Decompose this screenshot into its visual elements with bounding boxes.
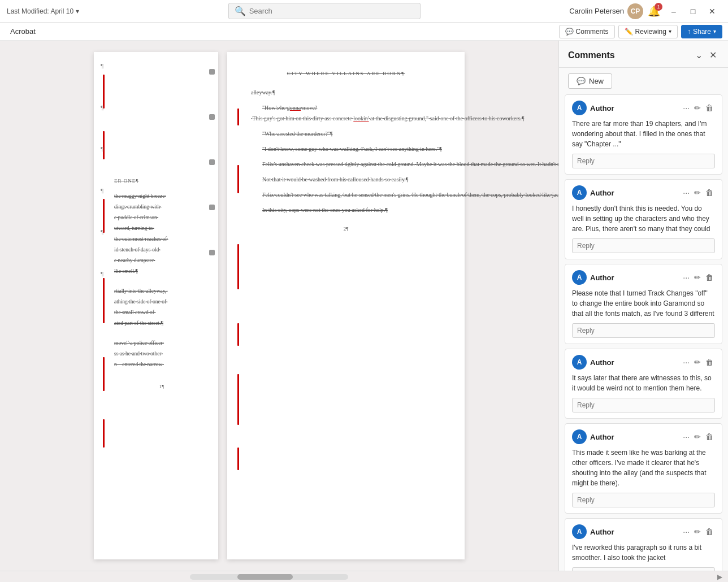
revision-mark-4 — [209, 205, 215, 210]
comment-delete-button-4[interactable]: 🗑 — [704, 357, 715, 368]
modified-label: Last Modified: April 10 — [7, 7, 73, 15]
dropdown-arrow[interactable]: ▾ — [76, 7, 79, 15]
reply-input-3[interactable] — [572, 323, 715, 338]
comments-panel: Comments ⌄ ✕ 💬 New A Author ··· — [558, 41, 728, 571]
pilcrow-2: ¶ — [101, 103, 103, 113]
comment-more-button-3[interactable]: ··· — [681, 272, 691, 283]
search-icon: 🔍 — [235, 6, 246, 16]
share-dropdown-arrow: ▾ — [713, 28, 716, 34]
page-num-2: 2¶ — [244, 224, 448, 233]
left-line-9: rtially·into·the·alleyway,· — [114, 286, 209, 297]
menu-item-acrobat[interactable]: Acrobat — [6, 25, 40, 38]
right-para-1: "How's·he·gonna·move?·This·guy's·got·him… — [251, 102, 448, 124]
comment-more-button-4[interactable]: ··· — [681, 357, 691, 368]
comment-edit-button-2[interactable]: ✏ — [692, 187, 703, 198]
comment-more-button-1[interactable]: ··· — [681, 102, 691, 114]
maximize-button[interactable]: □ — [684, 3, 702, 19]
comment-edit-button-6[interactable]: ✏ — [692, 526, 703, 537]
left-page-text-2: rtially·into·the·alleyway,· athing·the·s… — [114, 286, 209, 329]
right-para-5: Not·that·it·would·be·washed·from·his·cal… — [251, 174, 448, 185]
comment-author-6: Author — [590, 528, 678, 536]
comment-card-6: A Author ··· ✏ 🗑 I've reworked this para… — [565, 518, 722, 571]
comments-header-actions: ⌄ ✕ — [693, 49, 719, 62]
comment-avatar-4: A — [572, 355, 587, 370]
comment-header-5: A Author ··· ✏ 🗑 — [572, 429, 715, 444]
scrollbar-thumb[interactable] — [237, 574, 293, 580]
window-controls: – □ ✕ — [665, 3, 721, 19]
main-content: ¶ ¶ ¶ ¶ ¶ ¶ ER·ONE¶ the·muggy·night·bree… — [0, 41, 728, 571]
comment-delete-button-2[interactable]: 🗑 — [704, 187, 715, 198]
right-bar-1 — [237, 108, 239, 125]
comment-header-3: A Author ··· ✏ 🗑 — [572, 270, 715, 285]
comment-more-button-6[interactable]: ··· — [681, 526, 691, 537]
close-panel-button[interactable]: ✕ — [707, 49, 719, 62]
comment-more-button-2[interactable]: ··· — [681, 187, 691, 198]
comment-actions-5: ··· ✏ 🗑 — [681, 431, 715, 442]
left-line-13: move!'·a·police·officer· — [114, 338, 209, 349]
new-comment-button[interactable]: 💬 New — [568, 73, 612, 89]
notification-bell[interactable]: 🔔 1 — [648, 5, 660, 18]
comment-header-4: A Author ··· ✏ 🗑 — [572, 355, 715, 370]
page-title: CITY·WHERE·VILLAINS·ARE·BORN¶ — [244, 69, 448, 78]
horizontal-scrollbar[interactable] — [190, 574, 348, 580]
left-line-12: ated·part·of·the·street.¶ — [114, 318, 209, 329]
right-bar-6 — [237, 448, 239, 470]
right-para-7: In·this·city,·cops·were·not·the·ones·you… — [251, 205, 448, 215]
reply-input-5[interactable] — [572, 493, 715, 507]
page-wrapper: ¶ ¶ ¶ ¶ ¶ ¶ ER·ONE¶ the·muggy·night·bree… — [94, 52, 465, 559]
left-line-4: utward,·turning·to· — [114, 223, 209, 234]
page-left: ¶ ¶ ¶ ¶ ¶ ¶ ER·ONE¶ the·muggy·night·bree… — [94, 52, 218, 559]
comment-edit-button-4[interactable]: ✏ — [692, 357, 703, 368]
revision-mark-3 — [209, 159, 215, 165]
comment-author-5: Author — [590, 433, 678, 441]
reply-input-4[interactable] — [572, 398, 715, 412]
comment-avatar-6: A — [572, 524, 587, 539]
comment-actions-6: ··· ✏ 🗑 — [681, 526, 715, 537]
comment-more-button-5[interactable]: ··· — [681, 431, 691, 442]
reviewing-icon: ✏️ — [625, 28, 633, 36]
comment-edit-button-5[interactable]: ✏ — [692, 431, 703, 442]
page-num-1: 1¶ — [114, 381, 209, 392]
right-bar-4 — [237, 323, 239, 346]
comment-avatar-5: A — [572, 429, 587, 444]
minimize-button[interactable]: – — [665, 3, 683, 19]
left-line-1: the·muggy·night·breeze· — [114, 191, 209, 202]
notification-badge: 1 — [655, 3, 662, 11]
left-line-8: llic·smell.¶ — [114, 266, 209, 277]
right-scroll-arrow[interactable]: ▶ — [717, 573, 722, 581]
close-button[interactable]: ✕ — [703, 3, 721, 19]
share-toolbar-button[interactable]: ↑ Share ▾ — [681, 25, 722, 38]
reply-input-1[interactable] — [572, 154, 715, 168]
comment-delete-button-5[interactable]: 🗑 — [704, 431, 715, 442]
reply-input-2[interactable] — [572, 238, 715, 253]
menubar: Acrobat 💬 Comments ✏️ Reviewing ▾ ↑ Shar… — [0, 23, 728, 41]
comment-delete-button-6[interactable]: 🗑 — [704, 526, 715, 537]
comment-author-2: Author — [590, 189, 678, 197]
comment-author-1: Author — [590, 104, 678, 112]
comment-delete-button-1[interactable]: 🗑 — [704, 102, 715, 114]
comment-edit-button-3[interactable]: ✏ — [692, 272, 703, 283]
comment-delete-button-3[interactable]: 🗑 — [704, 272, 715, 283]
comment-actions-2: ··· ✏ 🗑 — [681, 187, 715, 198]
comment-card-5: A Author ··· ✏ 🗑 This made it seem like … — [565, 423, 722, 514]
last-modified[interactable]: Last Modified: April 10 ▾ — [7, 7, 79, 15]
left-page-text-3: move!'·a·police·officer· ss·as·he·and·tw… — [114, 338, 209, 392]
left-line-15: n—entered·the·narrow· — [114, 359, 209, 370]
collapse-panel-button[interactable]: ⌄ — [693, 49, 705, 62]
chapter-label: ER·ONE¶ — [114, 176, 209, 185]
left-page-text: the·muggy·night·breeze· dings·crumbling·… — [114, 191, 209, 277]
comments-toolbar-button[interactable]: 💬 Comments — [559, 25, 615, 38]
bottom-bar: ▶ — [0, 571, 728, 582]
right-para-0: alleyway.¶ — [251, 87, 448, 98]
comment-avatar-3: A — [572, 270, 587, 285]
left-line-7: e·nearby·dumpster· — [114, 255, 209, 266]
comment-author-3: Author — [590, 273, 678, 282]
search-bar[interactable]: 🔍 — [228, 3, 421, 19]
revision-mark-5 — [209, 250, 215, 255]
search-input[interactable] — [249, 7, 414, 15]
reviewing-toolbar-button[interactable]: ✏️ Reviewing ▾ — [618, 25, 678, 38]
comment-edit-button-1[interactable]: ✏ — [692, 102, 703, 114]
left-line-10: athing·the·side·of·one·of· — [114, 297, 209, 307]
comment-header-1: A Author ··· ✏ 🗑 — [572, 101, 715, 115]
comments-title: Comments — [568, 50, 615, 60]
